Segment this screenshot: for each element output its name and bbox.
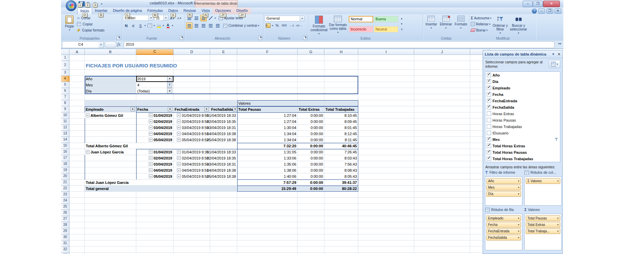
- collapse-icon[interactable]: [149, 126, 153, 129]
- insert-cells-button[interactable]: Insertar▾: [424, 15, 438, 30]
- cell[interactable]: [237, 94, 298, 100]
- cell[interactable]: [358, 61, 414, 70]
- cell[interactable]: [324, 82, 358, 88]
- pivot-total-label[interactable]: Total Alberto Gómez Gil: [85, 143, 237, 149]
- format-cells-button[interactable]: Formato▾: [454, 15, 468, 30]
- cell[interactable]: [237, 70, 298, 76]
- row-header[interactable]: 6: [61, 88, 69, 94]
- cell[interactable]: [174, 88, 210, 94]
- cell[interactable]: [324, 198, 358, 204]
- pivot-exit-cell[interactable]: 04/04/2019 18:38: [210, 131, 237, 137]
- cell[interactable]: [414, 131, 470, 137]
- conditional-formatting-button[interactable]: Formato condicional▾: [309, 15, 328, 36]
- format-painter-button[interactable]: Copiar formato: [77, 27, 104, 33]
- pivot-entry-cell[interactable]: 01/04/2019 9:35: [174, 149, 210, 155]
- pivot-value-cell[interactable]: 0:00:00: [298, 155, 324, 161]
- cell[interactable]: [324, 228, 358, 234]
- pivot-value-cell[interactable]: 8:05:43: [324, 173, 358, 179]
- field-checkbox[interactable]: [487, 99, 491, 103]
- cell[interactable]: [358, 198, 414, 204]
- borders-button[interactable]: [146, 22, 153, 29]
- field-item-total-horas-extras[interactable]: Total Horas Extras: [485, 143, 560, 149]
- row-header[interactable]: 22: [61, 186, 69, 192]
- pane-layout-button[interactable]: ▾: [549, 60, 560, 68]
- cell[interactable]: [237, 76, 298, 82]
- row-header[interactable]: 10: [61, 112, 69, 119]
- formula-input[interactable]: 2019: [124, 41, 555, 48]
- cell[interactable]: [69, 198, 85, 204]
- cell[interactable]: [414, 186, 470, 192]
- pivot-value-cell[interactable]: 0:00:00: [298, 149, 324, 155]
- cell[interactable]: [69, 167, 85, 173]
- row-header[interactable]: 24: [61, 198, 69, 204]
- cell[interactable]: [358, 70, 414, 76]
- filter-label[interactable]: Año: [85, 76, 136, 82]
- cell[interactable]: [85, 253, 136, 254]
- cell[interactable]: [69, 61, 85, 70]
- pivot-entry-cell[interactable]: 05/04/2019 8:52: [174, 173, 210, 179]
- workbook-minimize-button[interactable]: –: [538, 8, 545, 14]
- cell[interactable]: [210, 82, 237, 88]
- cell[interactable]: [414, 247, 470, 253]
- pivot-value-header[interactable]: Total Extras: [298, 106, 324, 112]
- collapse-icon[interactable]: [86, 150, 89, 154]
- cell[interactable]: [324, 234, 358, 240]
- cell[interactable]: [69, 88, 85, 94]
- cell[interactable]: [324, 216, 358, 222]
- pivot-total-label[interactable]: Total Juan López García: [85, 179, 237, 186]
- cell[interactable]: [136, 222, 174, 228]
- cell[interactable]: [358, 112, 414, 119]
- align-left-button[interactable]: [186, 22, 193, 29]
- pivot-date-cell[interactable]: 03/04/2019: [136, 125, 174, 131]
- pivot-header-dropdown-button[interactable]: ▼: [233, 107, 237, 111]
- cell[interactable]: [414, 192, 470, 198]
- row-header[interactable]: 11: [61, 119, 69, 125]
- cell[interactable]: [298, 247, 324, 253]
- cell[interactable]: [358, 143, 414, 149]
- cell[interactable]: [174, 192, 210, 198]
- cell[interactable]: [324, 247, 358, 253]
- style-incorrecto[interactable]: Incorrecto: [349, 26, 373, 33]
- cell[interactable]: [85, 222, 136, 228]
- cell[interactable]: [358, 94, 414, 100]
- column-header[interactable]: A: [69, 49, 85, 55]
- cell[interactable]: [324, 240, 358, 247]
- cell[interactable]: [358, 216, 414, 222]
- pivot-value-cell[interactable]: 1:35:06: [237, 161, 298, 167]
- pivot-date-cell[interactable]: 01/04/2019: [136, 112, 174, 119]
- cell[interactable]: [210, 204, 237, 210]
- cell[interactable]: [414, 106, 470, 112]
- cell[interactable]: [174, 253, 210, 254]
- bold-button[interactable]: N: [123, 22, 129, 29]
- cell[interactable]: [414, 70, 470, 76]
- cell[interactable]: [85, 161, 136, 167]
- delete-cells-button[interactable]: ✕ Eliminar▾: [438, 15, 453, 30]
- workbook-restore-button[interactable]: ❐: [546, 8, 553, 14]
- cell[interactable]: [136, 247, 174, 253]
- shrink-font-button[interactable]: A▼: [176, 15, 183, 21]
- cell[interactable]: [237, 253, 298, 254]
- pivot-entry-cell[interactable]: 04/04/2019 8:51: [174, 167, 210, 173]
- row-header[interactable]: 32: [61, 247, 69, 253]
- decrease-indent-button[interactable]: [207, 22, 214, 29]
- cell[interactable]: [210, 61, 237, 70]
- pivot-value-cell[interactable]: 0:00:00: [298, 131, 324, 137]
- cell[interactable]: [414, 88, 470, 94]
- field-item-idusuario[interactable]: IDusuario: [485, 130, 560, 136]
- cell[interactable]: [85, 192, 136, 198]
- cell[interactable]: [237, 210, 298, 216]
- gallery-up-icon[interactable]: ▲: [399, 16, 404, 21]
- pivot-value-cell[interactable]: 1:27:04: [237, 112, 298, 119]
- field-item-total-horas-trabajadas[interactable]: Total Horas Trabajadas: [485, 155, 560, 162]
- pivot-value-cell[interactable]: 1:38:06: [237, 167, 298, 173]
- pivot-column-header[interactable]: FechaEntrada▼: [174, 106, 210, 112]
- tab-dise-o[interactable]: DiseñoJY: [234, 7, 250, 14]
- filter-label[interactable]: Mes: [85, 82, 136, 88]
- pivot-exit-cell[interactable]: 01/04/2019 18:33: [210, 112, 237, 119]
- row-header[interactable]: 31: [61, 240, 69, 247]
- collapse-icon[interactable]: [177, 126, 181, 129]
- select-all-corner[interactable]: [61, 49, 69, 55]
- collapse-icon[interactable]: [177, 168, 181, 172]
- clear-button[interactable]: Borrar▾: [471, 27, 491, 33]
- cell[interactable]: [237, 216, 298, 222]
